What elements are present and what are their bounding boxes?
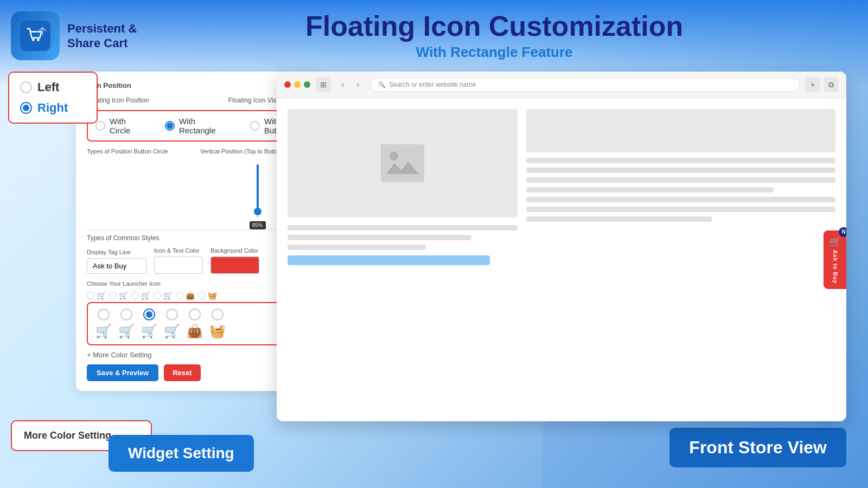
browser-bar: ⊞ ‹ › 🔍 Search or enter website name + ⧉ [277,72,846,98]
front-store-area: Front Store View [277,428,846,467]
large-icon-opt-2[interactable]: 🛒 [118,309,135,339]
with-rectangle-option[interactable]: With Rectangle [165,117,234,135]
tab-btn[interactable]: ⊞ [316,77,331,92]
header-title-area: Floating Icon Customization With Rectang… [137,11,852,61]
cart-icon-1: 🛒 [95,324,112,339]
back-btn[interactable]: ‹ [336,78,349,91]
browser-left-col [288,109,518,410]
widget-setting-label: Widget Setting [108,435,254,472]
image-placeholder-icon [381,144,424,182]
close-dot[interactable] [284,81,291,88]
large-icon-opt-1[interactable]: 🛒 [95,309,112,339]
header: Persistent & Share Cart Floating Icon Cu… [0,0,868,66]
url-bar[interactable]: 🔍 Search or enter website name [370,78,800,92]
icon-opt-1[interactable]: 🛒 [87,291,106,300]
right-line-5 [526,197,835,202]
vslider-track[interactable]: 85% [257,164,259,219]
icon-text-color-swatch[interactable] [154,256,203,274]
large-icon-opt-4[interactable]: 🛒 [164,309,180,339]
slider-value-label: 85% [249,221,265,229]
large-icon-opt-6[interactable]: 🧺 [209,309,226,339]
logo-box [11,11,60,60]
bg-color-label: Background Color [210,247,259,254]
large-icon-opt-3[interactable]: 🛒 [141,309,157,339]
search-icon: 🔍 [378,81,386,88]
display-tag-label: Display Tag Line [87,249,146,255]
browser-dots [284,81,310,88]
large-radio-6[interactable] [212,309,224,320]
logo-text: Persistent & Share Cart [67,21,137,51]
left-label: Left [37,80,59,94]
url-placeholder: Search or enter website name [389,81,476,88]
icon-radio-3[interactable] [131,292,139,299]
browser-actions: + ⧉ [805,77,839,92]
browser-right-col [526,109,835,410]
forward-btn[interactable]: › [352,78,365,91]
browser-window: ⊞ ‹ › 🔍 Search or enter website name + ⧉ [277,72,846,421]
bag-icon-1: 👜 [187,324,203,339]
button-radio[interactable] [250,121,260,131]
content-line-1 [288,225,518,230]
large-radio-2[interactable] [120,309,132,320]
icon-radio-1[interactable] [87,292,94,299]
vslider-fill [257,164,259,210]
icon-opt-2[interactable]: 🛒 [109,291,128,300]
icon-opt-5[interactable]: 👜 [176,291,195,300]
new-tab-btn[interactable]: + [805,77,820,92]
rectangle-radio[interactable] [165,121,175,131]
icon-radio-2[interactable] [109,292,117,299]
floating-cart-widget[interactable]: N 🛒 Ask to Buy [824,230,846,289]
icon-opt-4[interactable]: 🛒 [154,291,173,300]
large-radio-5[interactable] [189,309,201,320]
widget-setting-area: Widget Setting [108,435,254,472]
bg-color-field: Background Color [210,247,259,274]
large-radio-4[interactable] [166,309,178,320]
minimize-dot[interactable] [294,81,301,88]
save-preview-button[interactable]: Save & Preview [87,364,158,381]
right-panel: ⊞ ‹ › 🔍 Search or enter website name + ⧉ [277,72,846,467]
content-line-3 [288,245,426,250]
icon-opt-6[interactable]: 🧺 [198,291,217,300]
circle-radio[interactable] [95,121,105,131]
main-title: Floating Icon Customization [137,11,852,42]
vslider-handle[interactable] [254,208,261,215]
right-line-1 [526,158,835,163]
front-store-label: Front Store View [669,428,846,467]
right-line-4 [526,187,774,192]
svg-rect-0 [20,21,50,51]
left-radio[interactable] [20,81,32,93]
icon-opt-3[interactable]: 🛒 [131,291,150,300]
more-color-link-text: + More Color Setting [87,351,152,359]
icon-text-color-field: Icon & Text Color [154,247,203,274]
browser-nav: ‹ › [336,78,365,91]
floating-cart-icon: 🛒 [829,236,841,248]
large-radio-3[interactable] [143,309,155,320]
content-line-2 [288,235,471,240]
svg-point-2 [37,38,40,41]
right-position-option[interactable]: Right [20,101,86,115]
large-radio-1[interactable] [98,309,110,320]
reset-button[interactable]: Reset [164,364,200,381]
right-line-2 [526,168,835,173]
with-circle-option[interactable]: With Circle [95,117,149,135]
display-tag-input[interactable] [87,258,146,274]
icon-radio-4[interactable] [154,292,161,299]
left-position-option[interactable]: Left [20,80,86,94]
svg-point-4 [390,152,398,160]
with-circle-label: With Circle [110,117,149,135]
icon-radio-6[interactable] [198,292,206,299]
right-radio[interactable] [20,102,32,114]
maximize-dot[interactable] [304,81,310,88]
basket-icon-1: 🧺 [209,324,226,339]
more-color-link[interactable]: + More Color Setting [87,351,152,359]
right-line-7 [526,216,712,222]
sub-title: With Rectangle Feature [137,44,852,61]
icon-radio-5[interactable] [176,292,183,299]
copy-btn[interactable]: ⧉ [824,77,839,92]
cart-badge: N [839,227,846,237]
bg-color-swatch[interactable] [210,256,259,274]
types-col: Types of Position Button Circle [87,148,189,224]
large-icon-opt-5[interactable]: 👜 [187,309,203,339]
right-label: Right [37,101,68,115]
with-rectangle-label: With Rectangle [179,117,234,135]
